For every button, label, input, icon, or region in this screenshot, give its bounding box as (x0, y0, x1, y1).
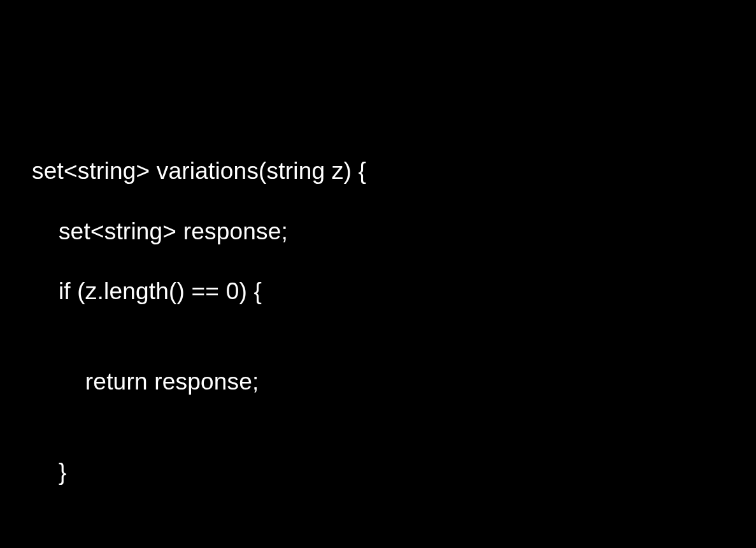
code-line: } (32, 457, 756, 487)
code-block: set<string> variations(string z) { set<s… (32, 125, 756, 548)
code-line: if (z.length() == 0) { (32, 276, 756, 306)
code-line: set<string> response; (32, 216, 756, 246)
code-line: return response; (32, 367, 756, 397)
code-line: set<string> variations(string z) { (32, 156, 756, 186)
